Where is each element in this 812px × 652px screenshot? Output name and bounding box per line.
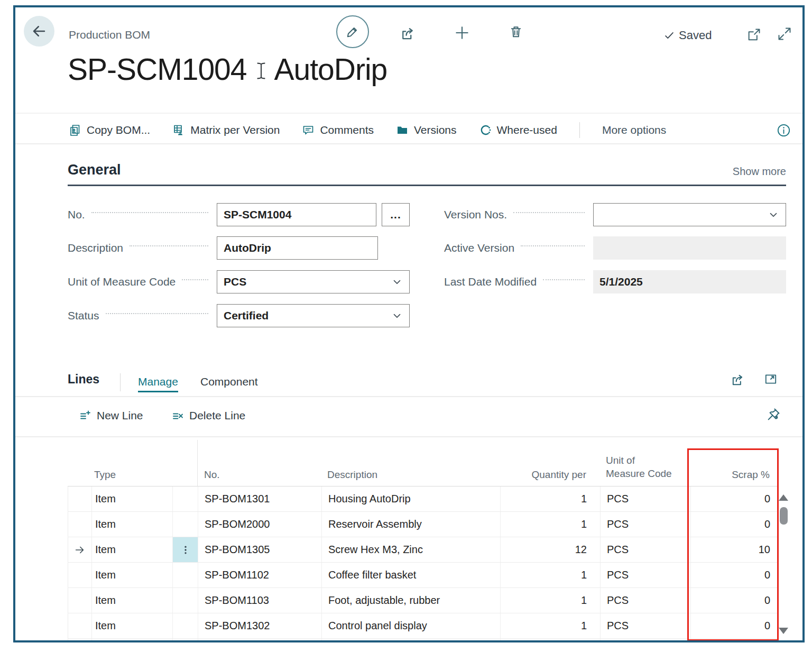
cell-uom[interactable]: PCS [600,588,690,613]
show-more-link[interactable]: Show more [733,166,786,178]
version-nos-field-label: Version Nos. [444,203,587,226]
cell-scrap[interactable]: 0 [690,563,778,587]
table-row[interactable]: Item SP-BOM1302 Control panel display 1 … [68,613,777,639]
text-cursor-icon [255,62,267,80]
tab-manage[interactable]: Manage [138,375,178,392]
cell-type[interactable]: Item [91,537,172,562]
active-row-indicator [68,537,91,562]
cell-scrap[interactable]: 0 [690,613,778,638]
cell-uom[interactable]: PCS [600,537,690,562]
cell-quantity[interactable]: 1 [500,588,600,613]
active-version-field-label: Active Version [444,236,587,260]
no-field[interactable]: SP-SCM1004 [217,203,376,226]
cell-no[interactable]: SP-BOM1102 [198,563,321,587]
cell-type[interactable]: Item [91,512,172,537]
lines-open-in-window-button[interactable] [764,372,778,386]
matrix-per-version-button[interactable]: Matrix per Version [172,124,280,136]
delete-line-label: Delete Line [189,409,245,422]
copy-bom-button[interactable]: Copy BOM... [69,124,150,136]
cell-description[interactable]: Screw Hex M3, Zinc [321,537,500,562]
header-uom[interactable]: Unit of Measure Code [599,454,690,486]
new-button[interactable] [454,24,470,41]
cell-quantity[interactable]: 1 [500,512,600,537]
delete-button[interactable] [509,24,523,39]
cell-no[interactable]: SP-BOM1302 [198,613,321,638]
chevron-down-icon[interactable] [768,209,779,221]
cell-uom[interactable]: PCS [600,486,690,511]
comments-button[interactable]: Comments [302,124,374,136]
table-row-selected[interactable]: Item SP-BOM1305 Screw Hex M3, Zinc 12 PC… [68,537,777,563]
cell-scrap[interactable]: 10 [690,537,778,562]
cell-quantity[interactable]: 1 [500,563,600,587]
cell-type[interactable]: Item [91,588,172,613]
general-section-heading[interactable]: General [68,162,121,178]
delete-line-button[interactable]: Delete Line [171,409,245,422]
title-bom-no: SP-SCM1004 [68,52,247,87]
matrix-per-version-label: Matrix per Version [190,124,280,136]
cell-quantity[interactable]: 1 [500,486,600,511]
scrollbar-up-arrow[interactable] [779,494,788,501]
lines-section-heading[interactable]: Lines [68,372,99,387]
plus-icon [454,24,470,41]
share-button[interactable] [400,25,416,41]
tab-component[interactable]: Component [200,375,258,388]
lines-share-button[interactable] [730,372,745,387]
cell-scrap[interactable]: 0 [690,588,778,613]
header-quantity-per[interactable]: Quantity per [500,469,599,486]
cell-type[interactable]: Item [91,563,172,587]
table-row[interactable]: Item SP-BOM2000 Reservoir Assembly 1 PCS… [68,512,777,537]
last-modified-field: 5/1/2025 [593,270,786,293]
header-no[interactable]: No. [197,440,321,486]
open-in-window-button[interactable] [746,27,761,42]
chevron-down-icon[interactable] [391,310,403,322]
header-description[interactable]: Description [321,469,500,486]
cell-no[interactable]: SP-BOM1103 [198,588,321,613]
dotted-leader [106,313,208,314]
table-row[interactable]: Item SP-BOM1301 Housing AutoDrip 1 PCS 0 [68,486,777,512]
row-menu-button[interactable] [172,537,198,562]
no-lookup-button[interactable]: ... [382,203,410,226]
pin-button[interactable] [766,407,781,422]
cell-description[interactable]: Foot, adjustable, rubber [321,588,500,613]
cell-no[interactable]: SP-BOM1305 [198,537,321,562]
cell-quantity[interactable]: 1 [500,613,600,638]
save-status: Saved [663,29,712,42]
version-nos-select[interactable] [593,203,786,226]
scrollbar-thumb[interactable] [780,507,788,525]
cell-uom[interactable]: PCS [600,613,690,638]
cell-type[interactable]: Item [91,613,172,638]
chevron-down-icon[interactable] [391,276,403,288]
edit-button[interactable] [336,15,369,48]
scrollbar-down-arrow[interactable] [779,628,788,634]
cell-description[interactable]: Coffee filter basket [321,563,500,587]
save-status-label: Saved [679,29,712,42]
cell-description[interactable]: Control panel display [321,613,500,638]
cell-uom[interactable]: PCS [600,563,690,587]
cell-quantity[interactable]: 12 [500,537,600,562]
where-used-button[interactable]: Where-used [479,124,557,136]
header-type[interactable]: Type [91,469,172,486]
cell-scrap[interactable]: 0 [690,512,778,537]
cell-uom[interactable]: PCS [600,512,690,537]
versions-button[interactable]: Versions [396,124,457,136]
active-version-field [593,236,786,260]
table-row[interactable]: Item SP-BOM1102 Coffee filter basket 1 P… [68,563,777,588]
vertical-dots-icon [180,544,191,556]
cell-no[interactable]: SP-BOM1301 [198,486,321,511]
fullscreen-button[interactable] [777,26,792,41]
cell-description[interactable]: Reservoir Assembly [321,512,500,537]
new-line-label: New Line [97,409,143,422]
uom-select[interactable]: PCS [217,270,410,293]
header-scrap[interactable]: Scrap % [690,469,777,486]
status-select[interactable]: Certified [217,304,410,327]
cell-type[interactable]: Item [91,486,172,511]
cell-no[interactable]: SP-BOM2000 [198,512,321,537]
back-button[interactable] [24,16,54,47]
table-row[interactable]: Item SP-BOM1103 Foot, adjustable, rubber… [68,588,777,613]
info-button[interactable] [777,123,791,137]
more-options-button[interactable]: More options [602,124,666,136]
cell-scrap[interactable]: 0 [690,486,778,511]
description-field[interactable]: AutoDrip [217,236,378,260]
cell-description[interactable]: Housing AutoDrip [321,486,500,511]
new-line-button[interactable]: New Line [79,409,143,422]
